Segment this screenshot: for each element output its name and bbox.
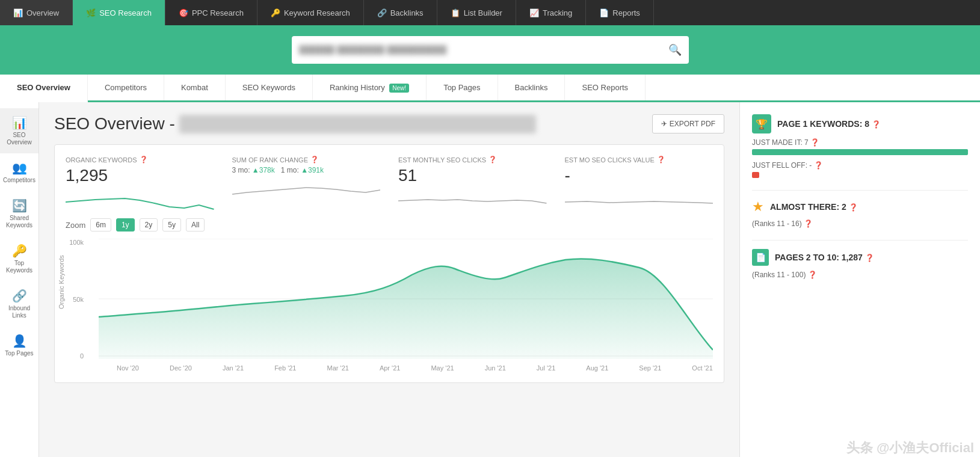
tab-ranking-history[interactable]: Ranking History New!	[313, 75, 427, 100]
clicks-value-help[interactable]: ❓	[657, 156, 665, 164]
star-icon: ★	[752, 199, 764, 215]
nav-backlinks[interactable]: 🔗 Backlinks	[364, 0, 437, 25]
clicks-value-mini-chart	[565, 190, 713, 211]
search-button[interactable]: 🔍	[668, 43, 682, 57]
nav-seo-research[interactable]: 🌿 SEO Research	[73, 0, 165, 25]
nav-overview[interactable]: 📊 Overview	[0, 0, 73, 25]
doc-icon: 📄	[752, 249, 769, 266]
stats-container: ORGANIC KEYWORDS ❓ 1,295 SUM OF RANK CHA…	[54, 144, 724, 383]
organic-keywords-mini-chart	[66, 190, 214, 211]
page1-help[interactable]: ❓	[872, 120, 881, 129]
almost-there-section: ★ ALMOST THERE: 2 ❓ (Ranks 11 - 16) ❓	[752, 199, 968, 228]
sidebar-item-overview[interactable]: 📊 SEO Overview	[0, 108, 39, 153]
page1-keywords-section: 🏆 PAGE 1 KEYWORDS: 8 ❓ JUST MADE IT: 7 ❓…	[752, 114, 968, 178]
almost-there-ranks-help[interactable]: ❓	[804, 219, 813, 228]
organic-keywords-help[interactable]: ❓	[140, 156, 148, 164]
just-fell-off-label: JUST FELL OFF: - ❓	[752, 161, 968, 170]
seo-research-icon: 🌿	[86, 8, 96, 17]
main-chart	[99, 239, 713, 359]
stat-organic-keywords: ORGANIC KEYWORDS ❓ 1,295	[66, 156, 214, 211]
zoom-6m[interactable]: 6m	[90, 218, 111, 232]
sidebar-item-top-pages[interactable]: 👤 Top Pages	[0, 327, 39, 364]
stat-rank-change: SUM OF RANK CHANGE ❓ 3 mo: ▲378k 1 mo: ▲…	[232, 156, 381, 211]
sidebar-top-keywords-icon: 🔑	[12, 244, 27, 258]
left-sidebar: 📊 SEO Overview 👥 Competitors 🔄 Shared Ke…	[0, 102, 39, 457]
nav-ppc-research[interactable]: 🎯 PPC Research	[165, 0, 257, 25]
nav-keyword-research[interactable]: 🔑 Keyword Research	[257, 0, 364, 25]
tab-seo-keywords[interactable]: SEO Keywords	[226, 75, 313, 100]
rank-change-mini-chart	[232, 179, 381, 200]
almost-there-subtitle: (Ranks 11 - 16) ❓	[752, 219, 968, 228]
nav-list-builder[interactable]: 📋 List Builder	[437, 0, 516, 25]
almost-there-help[interactable]: ❓	[849, 203, 858, 212]
backlinks-icon: 🔗	[377, 8, 387, 17]
nav-tracking[interactable]: 📈 Tracking	[516, 0, 586, 25]
sidebar-item-shared-keywords[interactable]: 🔄 Shared Keywords	[0, 191, 39, 236]
sub-navigation: SEO Overview Competitors Kombat SEO Keyw…	[0, 75, 980, 102]
search-container: 🔍	[0, 25, 980, 75]
stats-row: ORGANIC KEYWORDS ❓ 1,295 SUM OF RANK CHA…	[66, 156, 713, 211]
chart-wrapper: Organic Keywords 100k 50k 0	[66, 239, 713, 372]
just-made-it-bar	[752, 149, 968, 155]
rank-change-help[interactable]: ❓	[310, 156, 319, 164]
monthly-clicks-help[interactable]: ❓	[488, 156, 497, 164]
search-input[interactable]	[299, 45, 668, 55]
just-made-it-label: JUST MADE IT: 7 ❓	[752, 138, 968, 147]
pages2to10-help[interactable]: ❓	[865, 254, 874, 262]
just-made-it-help[interactable]: ❓	[810, 138, 819, 147]
monthly-clicks-value: 51	[398, 166, 547, 185]
tab-top-pages[interactable]: Top Pages	[427, 75, 498, 100]
page-header: SEO Overview - ███████ ████████████ ████…	[54, 114, 724, 133]
stat-monthly-clicks: EST MONTHLY SEO CLICKS ❓ 51	[398, 156, 547, 211]
sidebar-top-keywords-label: Top Keywords	[3, 260, 35, 274]
sidebar-competitors-icon: 👥	[12, 161, 27, 175]
stat-clicks-value: EST MO SEO CLICKS VALUE ❓ -	[565, 156, 713, 211]
overview-icon: 📊	[13, 8, 23, 17]
monthly-clicks-label: EST MONTHLY SEO CLICKS ❓	[398, 156, 547, 164]
sidebar-item-competitors[interactable]: 👥 Competitors	[0, 153, 39, 191]
clicks-value-value: -	[565, 166, 713, 185]
pages2to10-section: 📄 PAGES 2 TO 10: 1,287 ❓ (Ranks 11 - 100…	[752, 249, 968, 279]
sidebar-top-pages-icon: 👤	[12, 334, 27, 348]
sidebar-inbound-links-label: Inbound Links	[3, 305, 35, 319]
almost-there-title: ALMOST THERE: 2 ❓	[770, 202, 858, 212]
main-layout: 📊 SEO Overview 👥 Competitors 🔄 Shared Ke…	[0, 102, 980, 457]
divider-2	[752, 240, 968, 241]
ppc-research-icon: 🎯	[179, 8, 188, 17]
nav-reports[interactable]: 📄 Reports	[586, 0, 654, 25]
almost-there-header: ★ ALMOST THERE: 2 ❓	[752, 199, 968, 215]
new-badge: New!	[389, 84, 409, 93]
zoom-all[interactable]: All	[186, 218, 205, 232]
tracking-icon: 📈	[529, 8, 539, 17]
sidebar-item-top-keywords[interactable]: 🔑 Top Keywords	[0, 236, 39, 281]
chart-x-labels: Nov '20 Dec '20 Jan '21 Feb '21 Mar '21 …	[99, 364, 713, 372]
reports-icon: 📄	[599, 8, 609, 17]
tab-backlinks[interactable]: Backlinks	[498, 75, 566, 100]
pages2to10-subtitle: (Ranks 11 - 100) ❓	[752, 271, 968, 279]
sidebar-inbound-links-icon: 🔗	[12, 289, 27, 303]
just-fell-off-bar	[752, 172, 759, 178]
export-pdf-button[interactable]: ✈ EXPORT PDF	[652, 114, 724, 133]
zoom-1y[interactable]: 1y	[116, 218, 135, 232]
zoom-2y[interactable]: 2y	[140, 218, 158, 232]
page-title: SEO Overview - ███████ ████████████ ████…	[54, 114, 536, 133]
sidebar-shared-keywords-label: Shared Keywords	[3, 215, 35, 229]
pages2to10-header: 📄 PAGES 2 TO 10: 1,287 ❓	[752, 249, 968, 266]
sidebar-item-inbound-links[interactable]: 🔗 Inbound Links	[0, 281, 39, 327]
main-content: SEO Overview - ███████ ████████████ ████…	[39, 102, 739, 457]
just-fell-off-help[interactable]: ❓	[814, 161, 823, 170]
sidebar-overview-label: SEO Overview	[3, 132, 35, 146]
top-navigation: 📊 Overview 🌿 SEO Research 🎯 PPC Research…	[0, 0, 980, 25]
tab-competitors[interactable]: Competitors	[88, 75, 164, 100]
pages2to10-title: PAGES 2 TO 10: 1,287 ❓	[775, 253, 874, 262]
page1-header: 🏆 PAGE 1 KEYWORDS: 8 ❓	[752, 114, 968, 133]
zoom-5y[interactable]: 5y	[162, 218, 181, 232]
sidebar-shared-keywords-icon: 🔄	[12, 198, 27, 213]
rank-change-label: SUM OF RANK CHANGE ❓	[232, 156, 381, 164]
chart-y-axis-label: Organic Keywords	[58, 255, 65, 309]
tab-seo-overview[interactable]: SEO Overview	[0, 75, 88, 102]
clicks-value-label: EST MO SEO CLICKS VALUE ❓	[565, 156, 713, 164]
pages2to10-ranks-help[interactable]: ❓	[808, 271, 817, 279]
tab-kombat[interactable]: Kombat	[164, 75, 226, 100]
tab-seo-reports[interactable]: SEO Reports	[565, 75, 646, 100]
